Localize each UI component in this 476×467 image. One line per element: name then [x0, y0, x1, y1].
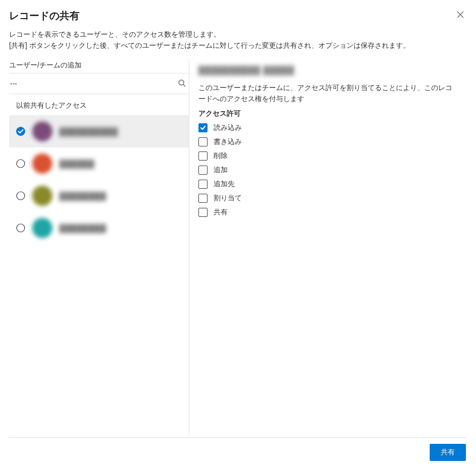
- dialog-header: レコードの共有: [9, 9, 466, 29]
- user-name: ████████: [59, 192, 106, 200]
- svg-point-4: [17, 192, 25, 200]
- permissions-heading: アクセス許可: [198, 109, 458, 118]
- radio-icon: [16, 159, 25, 168]
- permission-write[interactable]: 書き込み: [198, 137, 458, 146]
- permission-assign[interactable]: 割り当て: [198, 194, 458, 203]
- permission-label: 割り当て: [214, 194, 242, 203]
- svg-line-1: [183, 85, 185, 87]
- user-row[interactable]: ██████: [9, 147, 189, 180]
- permission-label: 追加先: [214, 180, 235, 189]
- desc-line1: レコードを表示できるユーザーと、そのアクセス数を管理します。: [9, 30, 221, 38]
- user-name: ██████████: [59, 127, 118, 136]
- permission-delete[interactable]: 削除: [198, 151, 458, 161]
- user-row[interactable]: ████████: [9, 212, 189, 244]
- dialog-description: レコードを表示できるユーザーと、そのアクセス数を管理します。 [共有] ボタンを…: [9, 29, 466, 51]
- share-button[interactable]: 共有: [430, 444, 466, 461]
- svg-point-5: [17, 224, 25, 232]
- left-pane: ユーザー/チームの追加 以前共有したアクセス: [9, 59, 189, 438]
- permission-read[interactable]: 読み込み: [198, 123, 458, 132]
- permission-append-to[interactable]: 追加先: [198, 180, 458, 189]
- search-input[interactable]: [9, 77, 174, 90]
- right-pane: ██████████ █████ このユーザーまたはチームに、アクセス許可を割り…: [189, 59, 466, 438]
- permission-label: 削除: [214, 151, 228, 161]
- share-record-dialog: レコードの共有 レコードを表示できるユーザーと、そのアクセス数を管理します。 […: [0, 0, 476, 467]
- right-description: このユーザーまたはチームに、アクセス許可を割り当てることにより、このレコードへの…: [198, 82, 458, 104]
- permission-label: 共有: [214, 208, 228, 217]
- permissions-list: 読み込み 書き込み 削除: [198, 123, 458, 217]
- permission-label: 書き込み: [214, 137, 242, 146]
- user-name: ████████: [59, 224, 106, 232]
- checkbox[interactable]: [198, 180, 208, 189]
- desc-line2: [共有] ボタンをクリックした後、すべてのユーザーまたはチームに対して行った変更…: [9, 41, 410, 49]
- svg-point-0: [179, 80, 184, 85]
- avatar: [32, 186, 52, 206]
- avatar: [32, 121, 52, 141]
- permission-label: 追加: [214, 166, 228, 175]
- permission-label: 読み込み: [214, 123, 242, 132]
- svg-point-3: [17, 160, 25, 168]
- close-button[interactable]: [455, 9, 466, 20]
- dialog-body: ユーザー/チームの追加 以前共有したアクセス: [9, 59, 466, 438]
- close-icon: [457, 11, 464, 18]
- permission-share[interactable]: 共有: [198, 208, 458, 217]
- checkbox[interactable]: [198, 137, 208, 146]
- user-name: ██████: [59, 160, 95, 168]
- add-user-label: ユーザー/チームの追加: [9, 59, 189, 73]
- search-row: [9, 73, 189, 94]
- search-icon[interactable]: [178, 79, 189, 89]
- selected-user-name: ██████████ █████: [198, 66, 458, 75]
- dialog-title: レコードの共有: [9, 9, 80, 23]
- svg-point-2: [16, 127, 25, 136]
- checkbox[interactable]: [198, 194, 208, 203]
- radio-selected-icon: [16, 127, 25, 136]
- user-list: ██████████ ██████ ████████: [9, 115, 189, 244]
- checkbox[interactable]: [198, 166, 208, 175]
- previous-access-heading: 以前共有したアクセス: [9, 94, 189, 115]
- radio-icon: [16, 223, 25, 232]
- avatar: [32, 153, 52, 174]
- checkbox[interactable]: [198, 208, 208, 217]
- checkbox[interactable]: [198, 123, 208, 132]
- radio-icon: [16, 191, 25, 200]
- dialog-footer: 共有: [9, 438, 466, 467]
- user-row[interactable]: ████████: [9, 180, 189, 212]
- avatar: [32, 218, 52, 238]
- checkbox[interactable]: [198, 151, 208, 161]
- user-row[interactable]: ██████████: [9, 115, 189, 147]
- permission-append[interactable]: 追加: [198, 166, 458, 175]
